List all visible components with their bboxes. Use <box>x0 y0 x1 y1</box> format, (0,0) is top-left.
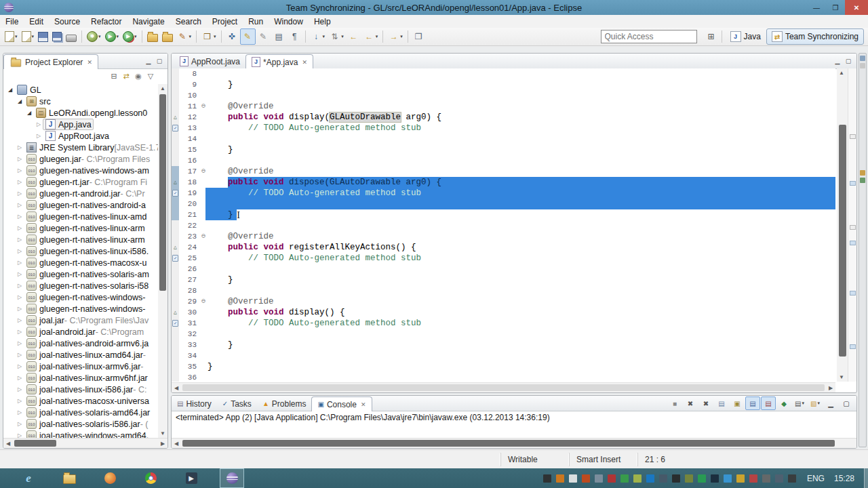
menu-file[interactable]: File <box>0 16 24 28</box>
scrollbar-thumb[interactable] <box>182 440 835 447</box>
scrollbar-thumb[interactable] <box>182 384 825 391</box>
close-icon[interactable]: ✕ <box>302 59 307 66</box>
show-annotations-button[interactable]: ✎ <box>256 28 271 45</box>
import-button[interactable]: ↓▾ <box>309 28 328 45</box>
minimize-button[interactable]: ▁ <box>832 56 843 66</box>
menu-refactor[interactable]: Refactor <box>85 16 127 28</box>
run-button[interactable]: ▶▾ <box>103 28 121 45</box>
forward-button[interactable]: →▾ <box>386 28 405 45</box>
tray-icon[interactable] <box>775 474 783 483</box>
view-menu-button[interactable]: ▽ <box>144 70 157 82</box>
tree-item[interactable]: ▷010joal.jar - C:\Program Files\Jav <box>3 314 158 326</box>
collapsed-arrow-icon[interactable]: ▷ <box>16 329 24 335</box>
collapsed-arrow-icon[interactable]: ▷ <box>16 352 24 358</box>
fold-collapse-icon[interactable]: ⊖ <box>199 166 208 177</box>
collapsed-arrow-icon[interactable]: ▷ <box>16 225 24 231</box>
overview-marker-icon[interactable] <box>850 344 856 349</box>
view-icon[interactable] <box>860 63 865 68</box>
mark-occurrences-button[interactable]: ✎ <box>240 28 256 45</box>
minimized-views-bar[interactable] <box>859 53 867 447</box>
tree-item[interactable]: ▷010joal-natives-solaris-i586.jar - ( <box>3 418 158 430</box>
collapsed-arrow-icon[interactable]: ▷ <box>16 237 24 243</box>
tree-item[interactable]: ▷010joal-natives-android-armv6.ja <box>3 338 158 349</box>
menu-project[interactable]: Project <box>207 16 243 28</box>
taskbar-eclipse-button[interactable] <box>220 468 244 488</box>
taskbar-firefox-button[interactable] <box>98 468 122 488</box>
terminate-button[interactable]: ■ <box>667 396 682 410</box>
collapsed-arrow-icon[interactable]: ▷ <box>16 294 24 300</box>
taskbar-ie-button[interactable]: e <box>16 468 41 488</box>
link-with-editor-button[interactable]: ⇄ <box>120 70 132 82</box>
code-line[interactable]: 14 <box>172 134 835 144</box>
scroll-right-icon[interactable]: ▶ <box>826 385 835 391</box>
tab-app-java[interactable]: J *App.java ✕ <box>245 54 313 69</box>
code-line[interactable]: 21 } <box>172 209 835 220</box>
menu-source[interactable]: Source <box>49 16 85 28</box>
tab-console[interactable]: ▣Console✕ <box>311 396 372 411</box>
tray-icon[interactable] <box>556 474 564 483</box>
show-stderr-button[interactable]: ▤ <box>761 396 776 410</box>
tree-item[interactable]: ◢◫LeORAndi.opengl.lesson0 <box>3 107 158 119</box>
dropdown-arrow-icon[interactable]: ▾ <box>189 34 192 39</box>
collapsed-arrow-icon[interactable]: ▷ <box>16 283 24 289</box>
code-text[interactable] <box>208 68 835 79</box>
new-wizard-button[interactable]: ▾ <box>3 28 20 45</box>
tray-icon[interactable] <box>736 474 745 483</box>
code-line[interactable]: △30 public void display() { <box>172 307 835 318</box>
code-line[interactable]: ✓25 // TODO Auto-generated method stub <box>172 253 835 264</box>
tree-item[interactable]: ▷010gluegen-rt-natives-linux-amd <box>3 211 158 222</box>
scrollbar-thumb[interactable] <box>839 125 846 357</box>
code-text[interactable] <box>208 155 835 166</box>
code-text[interactable]: // TODO Auto-generated method stub <box>208 188 835 199</box>
new-window-button[interactable]: ❐ <box>411 28 427 45</box>
scroll-up-icon[interactable]: ▲ <box>158 84 167 93</box>
code-line[interactable]: 35} <box>172 361 835 372</box>
code-line[interactable]: 27 } <box>172 274 835 285</box>
console-horizontal-scrollbar[interactable]: ◀ <box>172 438 856 448</box>
show-source-button[interactable]: ▤ <box>271 28 287 45</box>
minimize-button[interactable]: ▁ <box>143 56 154 66</box>
dropdown-arrow-icon[interactable]: ▾ <box>98 34 101 39</box>
dropdown-arrow-icon[interactable]: ▾ <box>802 401 804 406</box>
scroll-down-icon[interactable]: ▼ <box>837 373 846 382</box>
tree-item[interactable]: ◢GL <box>3 84 158 96</box>
code-text[interactable] <box>208 90 835 101</box>
menu-run[interactable]: Run <box>243 16 269 28</box>
dropdown-arrow-icon[interactable]: ▾ <box>15 34 18 39</box>
code-text[interactable]: } <box>208 144 835 155</box>
code-line[interactable]: △18 public void dispose(GLAutoDrawable a… <box>172 177 835 188</box>
menu-search[interactable]: Search <box>170 16 207 28</box>
editor-vertical-scrollbar[interactable]: ▲ ▼ <box>837 68 848 382</box>
tray-icon[interactable] <box>672 474 680 483</box>
dropdown-arrow-icon[interactable]: ▾ <box>376 34 378 39</box>
open-console-button[interactable]: ▧▾ <box>808 396 823 410</box>
code-text[interactable]: @Override <box>208 101 835 112</box>
code-line[interactable]: 33 } <box>172 340 835 350</box>
open-type-button[interactable] <box>145 28 160 45</box>
collapsed-arrow-icon[interactable]: ▷ <box>16 317 24 323</box>
code-text[interactable]: } <box>208 361 835 372</box>
tray-icon[interactable] <box>698 474 706 483</box>
display-console-button[interactable]: ▤▾ <box>792 396 807 410</box>
scroll-right-icon[interactable]: ▶ <box>158 441 167 447</box>
tree-item[interactable]: ▷010gluegen.jar - C:\Program Files <box>3 153 158 165</box>
tab-problems[interactable]: ▲Problems <box>257 396 312 411</box>
tray-icon[interactable] <box>749 474 757 483</box>
fold-collapse-icon[interactable]: ⊖ <box>199 231 208 242</box>
tree-item[interactable]: ▷010joal-natives-windows-amd64. <box>3 430 158 438</box>
collapsed-arrow-icon[interactable]: ▷ <box>16 398 24 404</box>
tab-history[interactable]: ▤History <box>172 396 217 411</box>
collapsed-arrow-icon[interactable]: ▷ <box>16 432 24 438</box>
code-text[interactable]: public void registerAllKeyActions() { <box>208 242 835 253</box>
tray-icon[interactable] <box>659 474 667 483</box>
restore-view-icon[interactable] <box>860 56 865 61</box>
fold-collapse-icon[interactable]: ⊖ <box>199 101 208 112</box>
menu-navigate[interactable]: Navigate <box>127 16 170 28</box>
remove-all-launches-button[interactable]: ✖ <box>698 396 713 410</box>
code-text[interactable]: @Override <box>208 166 835 177</box>
debug-button[interactable]: ✱▾ <box>85 28 103 45</box>
scrollbar-thumb[interactable] <box>159 94 166 291</box>
show-whitespace-button[interactable]: ¶ <box>287 28 302 45</box>
collapsed-arrow-icon[interactable]: ▷ <box>16 214 24 220</box>
code-line[interactable]: 23⊖ @Override <box>172 231 835 242</box>
